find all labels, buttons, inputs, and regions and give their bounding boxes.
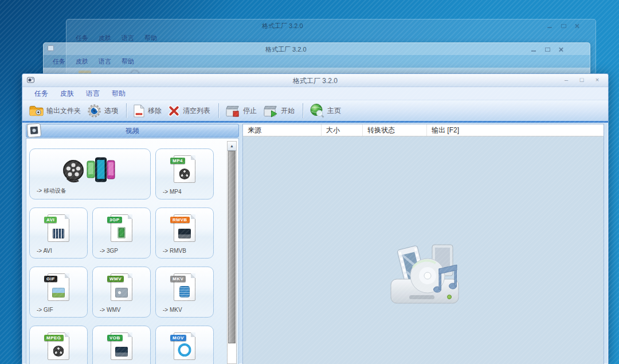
window-title: 格式工厂 3.2.0 <box>22 76 608 86</box>
background-window-titlebar[interactable]: 格式工厂 3.2.0 <box>66 19 596 32</box>
menu-item-皮肤[interactable]: 皮肤 <box>76 57 88 66</box>
mp4-format-button[interactable]: MP4-> MP4 <box>155 148 214 199</box>
column-header-4[interactable]: 输出 [F2] <box>427 124 604 136</box>
format-factory-logo <box>382 239 468 311</box>
close-icon[interactable] <box>559 48 564 52</box>
menu-bar: 任务皮肤语言帮助 <box>22 87 608 100</box>
format-button-label: -> WMV <box>100 307 120 313</box>
menu-bar: 任务皮肤语言帮助 <box>43 55 590 66</box>
background-window-titlebar[interactable]: 格式工厂 3.2.0 <box>43 42 590 55</box>
menu-bar: 任务皮肤语言帮助 <box>66 32 596 42</box>
titlebar[interactable]: 格式工厂 3.2.0 – □ × <box>22 74 608 87</box>
wmv-format-icon: WMV <box>93 273 150 301</box>
sidebar-header-label: 视频 <box>126 126 139 136</box>
menu-item-皮肤[interactable]: 皮肤 <box>60 89 74 99</box>
minimize-button[interactable]: – <box>561 76 571 84</box>
clear-list-icon <box>168 105 180 117</box>
vob-format-button[interactable]: VOB-> VOB <box>92 326 151 364</box>
column-header-2[interactable]: 大小 <box>322 124 363 136</box>
format-badge: MPEG <box>44 335 64 341</box>
column-header-3[interactable]: 转换状态 <box>363 124 427 136</box>
file-page-icon: MKV <box>174 273 195 301</box>
file-page-icon: MPEG <box>48 332 69 360</box>
task-list-header: 来源大小转换状态输出 [F2] <box>243 124 604 136</box>
scroll-up-arrow-icon[interactable]: ▲ <box>228 142 236 151</box>
format-art <box>53 346 64 357</box>
toolbar-button-label: 输出文件夹 <box>46 106 81 116</box>
column-header-1[interactable]: 来源 <box>243 124 322 136</box>
menu-item-皮肤[interactable]: 皮肤 <box>99 34 111 42</box>
menu-item-语言[interactable]: 语言 <box>122 34 134 42</box>
menu-item-帮助[interactable]: 帮助 <box>122 57 134 66</box>
menu-item-任务[interactable]: 任务 <box>34 89 48 99</box>
file-page-icon: RMVB <box>174 214 195 242</box>
mobile-devices-button[interactable]: -> 移动设备 <box>29 148 151 199</box>
format-badge: MOV <box>170 335 186 341</box>
format-badge: MP4 <box>170 158 185 164</box>
minimize-icon[interactable] <box>547 24 553 28</box>
file-page-icon: 3GP <box>111 214 132 242</box>
format-art <box>52 288 65 298</box>
homepage-globe-button[interactable]: 主页 <box>310 103 341 118</box>
format-art <box>179 286 190 298</box>
sidebar-header-video[interactable]: 视频 <box>26 124 239 138</box>
mkv-format-button[interactable]: MKV-> MKV <box>155 267 214 318</box>
start-icon <box>263 104 278 118</box>
window-controls: – □ × <box>561 76 602 84</box>
format-button-label: -> MP4 <box>163 189 182 195</box>
menu-item-帮助[interactable]: 帮助 <box>112 89 126 99</box>
wmv-format-button[interactable]: WMV-> WMV <box>92 267 151 318</box>
mpeg-format-button[interactable]: MPEG-> MPEG <box>29 326 88 364</box>
format-art <box>115 288 128 298</box>
remove-item-button[interactable]: 移除 <box>133 104 162 118</box>
scrollbar-thumb[interactable] <box>228 151 236 343</box>
task-list: 来源大小转换状态输出 [F2] <box>242 124 604 364</box>
menu-item-语言[interactable]: 语言 <box>99 57 111 66</box>
maximize-icon[interactable] <box>545 48 550 52</box>
mov-format-button[interactable]: MOV-> MOV <box>155 326 214 364</box>
options-gear-icon <box>87 104 101 118</box>
format-grid: -> 移动设备MP4-> MP4AVI-> AVI3GP-> 3GPRMVB->… <box>29 148 214 364</box>
homepage-globe-icon <box>310 103 324 118</box>
rmvb-format-button[interactable]: RMVB-> RMVB <box>155 208 214 259</box>
format-art <box>52 229 65 238</box>
window-title: 格式工厂 3.2.0 <box>262 22 303 30</box>
output-folder-button[interactable]: 输出文件夹 <box>29 105 81 116</box>
avi-format-button[interactable]: AVI-> AVI <box>29 208 88 259</box>
format-badge: GIF <box>44 276 57 282</box>
stop-button[interactable]: 停止 <box>225 104 257 118</box>
toolbar-separator <box>218 103 220 118</box>
toolbar-separator <box>303 103 304 118</box>
menu-item-任务[interactable]: 任务 <box>76 34 88 42</box>
menu-item-任务[interactable]: 任务 <box>53 57 65 66</box>
file-page-icon: MOV <box>174 332 195 360</box>
toolbar-accent-line <box>22 121 608 123</box>
mkv-format-icon: MKV <box>156 273 213 301</box>
format-badge: 3GP <box>107 217 122 223</box>
clear-list-button[interactable]: 清空列表 <box>168 105 210 117</box>
format-badge: WMV <box>107 276 124 282</box>
file-page-icon: GIF <box>48 273 69 301</box>
avi-format-icon: AVI <box>30 214 87 242</box>
maximize-icon[interactable] <box>561 24 566 28</box>
sidebar-scrollbar[interactable]: ▲ <box>227 141 237 364</box>
toolbar-button-label: 清空列表 <box>183 106 210 116</box>
3gp-format-button[interactable]: 3GP-> 3GP <box>92 208 151 259</box>
maximize-button[interactable]: □ <box>577 76 587 84</box>
close-button[interactable]: × <box>592 76 602 84</box>
toolbar-button-label: 开始 <box>281 106 295 116</box>
start-button[interactable]: 开始 <box>263 104 295 118</box>
minimize-icon[interactable] <box>531 48 536 52</box>
format-badge: AVI <box>44 217 57 223</box>
format-art <box>117 227 126 238</box>
format-badge: VOB <box>107 335 123 341</box>
format-button-label: -> 移动设备 <box>37 187 66 195</box>
menu-item-语言[interactable]: 语言 <box>86 89 100 99</box>
close-icon[interactable] <box>575 24 580 28</box>
window-title: 格式工厂 3.2.0 <box>265 45 307 54</box>
format-button-label: -> RMVB <box>163 248 186 254</box>
gif-format-button[interactable]: GIF-> GIF <box>29 267 88 318</box>
menu-item-帮助[interactable]: 帮助 <box>144 34 157 42</box>
options-gear-button[interactable]: 选项 <box>87 104 118 118</box>
mpeg-format-icon: MPEG <box>30 332 87 360</box>
